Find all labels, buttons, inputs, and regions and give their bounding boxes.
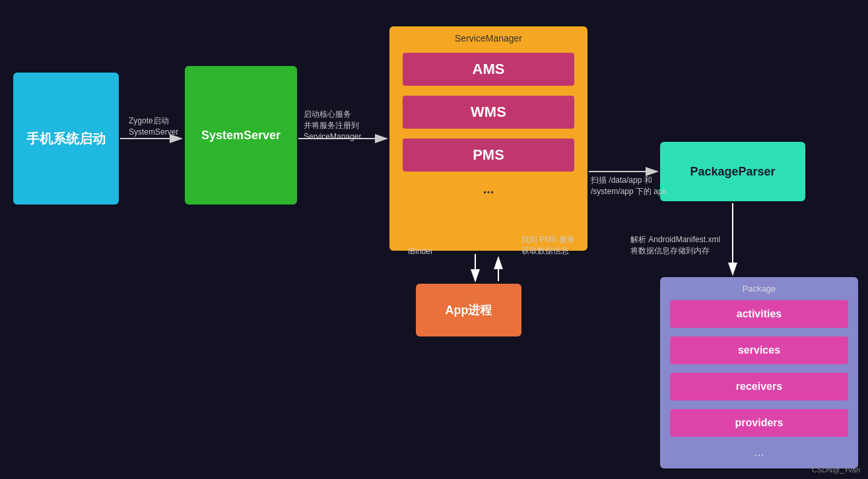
parse-label: 解析 AndroidManifest.xml将数据信息存储到内存 (630, 234, 720, 257)
app-process-box: App进程 (416, 284, 521, 336)
ams-box: AMS (403, 53, 574, 86)
package-outer-box: Package activities services receivers pr… (660, 277, 858, 468)
start-core-label: 启动核心服务并将服务注册到ServiceManager (304, 109, 361, 142)
watermark: CSDN@_Yvan (812, 466, 860, 474)
service-manager-label: ServiceManager (389, 33, 587, 44)
package-label: Package (660, 284, 858, 294)
wms-box: WMS (403, 96, 574, 129)
providers-box: providers (670, 409, 848, 437)
app-process-label: App进程 (446, 302, 492, 318)
sm-dots: ... (389, 181, 587, 197)
package-parser-label: PackageParser (690, 165, 775, 179)
scan-label: 扫描 /data/app 和/system/app 下的 apk (591, 175, 667, 197)
system-server-label: SystemServer (201, 129, 281, 143)
pkg-dots: ... (660, 445, 858, 459)
activities-box: activities (670, 300, 848, 328)
services-box: services (670, 336, 848, 364)
phone-system-box: 手机系统启动 (13, 73, 119, 205)
system-server-box: SystemServer (185, 66, 297, 205)
package-parser-box: PackageParser (660, 142, 805, 201)
find-pms-label: 找到 PMS 服务获取数据信息 (521, 234, 575, 257)
receivers-box: receivers (670, 373, 848, 400)
zygote-label: Zygote启动SystemServer (129, 115, 178, 138)
ibinder-label: IBinder (408, 246, 433, 257)
diagram-container: 手机系统启动 SystemServer ServiceManager AMS W… (0, 0, 868, 479)
phone-system-label: 手机系统启动 (26, 130, 106, 148)
service-manager-box: ServiceManager AMS WMS PMS ... (389, 26, 587, 251)
pms-box: PMS (403, 139, 574, 172)
